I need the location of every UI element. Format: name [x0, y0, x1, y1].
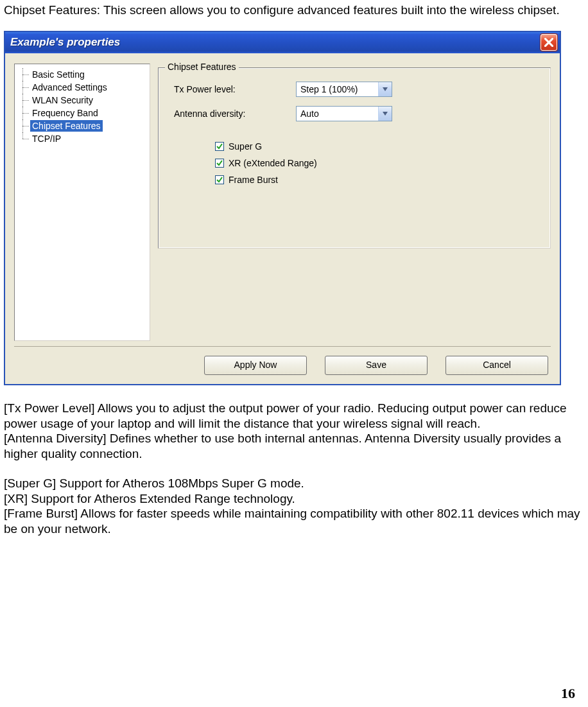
- checkbox-frame-burst[interactable]: Frame Burst: [215, 173, 540, 186]
- check-icon: [216, 160, 223, 166]
- desc-xr: [XR] Support for Atheros Extended Range …: [4, 491, 584, 507]
- tx-power-value: Step 1 (100%): [297, 82, 378, 96]
- desc-super-g: [Super G] Support for Atheros 108Mbps Su…: [4, 476, 584, 491]
- tree-item-label: Chipset Features: [30, 120, 103, 132]
- checkbox-label: Frame Burst: [229, 175, 278, 185]
- checkbox-label: XR (eXtended Range): [229, 158, 317, 168]
- save-button[interactable]: Save: [325, 356, 428, 375]
- dropdown-button[interactable]: [378, 82, 392, 96]
- desc-frame-burst: [Frame Burst] Allows for faster speeds w…: [4, 506, 584, 537]
- client-area: Basic SettingAdvanced SettingsWLAN Secur…: [5, 53, 560, 384]
- checkbox-label: Super G: [229, 141, 262, 152]
- antenna-label: Antenna diversity:: [174, 109, 296, 119]
- tree-item-wlan-security[interactable]: WLAN Security: [17, 94, 150, 107]
- nav-tree[interactable]: Basic SettingAdvanced SettingsWLAN Secur…: [14, 64, 150, 341]
- button-row: Apply Now Save Cancel: [14, 346, 551, 375]
- check-icon: [216, 177, 223, 183]
- checkbox-box[interactable]: [215, 175, 224, 184]
- tree-connector: [17, 107, 30, 119]
- desc-antenna: [Antenna Diversity] Defines whether to u…: [4, 431, 584, 462]
- titlebar: Example's properties: [5, 32, 560, 53]
- tree-item-chipset-features[interactable]: Chipset Features: [17, 119, 150, 132]
- desc-tx-power: [Tx Power Level] Allows you to adjust th…: [4, 401, 584, 432]
- checkbox-xr-extended-range-[interactable]: XR (eXtended Range): [215, 157, 540, 170]
- checkbox-box[interactable]: [215, 159, 224, 168]
- checkbox-box[interactable]: [215, 142, 224, 151]
- tree-connector: [17, 68, 30, 81]
- close-button[interactable]: [540, 34, 557, 51]
- tree-connector: [17, 81, 30, 94]
- tree-item-basic-setting[interactable]: Basic Setting: [17, 68, 150, 81]
- tree-item-frequency-band[interactable]: Frequency Band: [17, 107, 150, 119]
- cancel-button[interactable]: Cancel: [445, 356, 548, 375]
- tree-item-label: TCP/IP: [30, 133, 63, 144]
- tree-item-tcp-ip[interactable]: TCP/IP: [17, 132, 150, 145]
- chevron-down-icon: [383, 87, 388, 91]
- antenna-value: Auto: [297, 107, 378, 121]
- tree-connector: [17, 94, 30, 107]
- check-icon: [216, 143, 223, 150]
- tree-connector: [17, 119, 30, 132]
- tree-item-label: Frequency Band: [30, 107, 100, 119]
- description-block: [Tx Power Level] Allows you to adjust th…: [4, 401, 584, 537]
- window-title: Example's properties: [10, 36, 540, 49]
- properties-window: Example's properties Basic SettingAdvanc…: [4, 31, 561, 385]
- tree-item-advanced-settings[interactable]: Advanced Settings: [17, 81, 150, 94]
- tree-connector: [17, 132, 30, 145]
- dropdown-button[interactable]: [378, 107, 392, 121]
- close-icon: [544, 38, 553, 47]
- tree-item-label: Advanced Settings: [30, 82, 109, 93]
- apply-button[interactable]: Apply Now: [204, 356, 307, 375]
- antenna-select[interactable]: Auto: [296, 106, 392, 121]
- chevron-down-icon: [383, 112, 388, 116]
- page-number: 16: [561, 685, 575, 702]
- tree-item-label: Basic Setting: [30, 69, 87, 80]
- content-pane: Chipset Features Tx Power level: Step 1 …: [158, 64, 551, 341]
- intro-text: Chipset Features: This screen allows you…: [4, 3, 584, 18]
- groupbox-title: Chipset Features: [165, 62, 239, 72]
- chipset-groupbox: Chipset Features Tx Power level: Step 1 …: [158, 67, 551, 249]
- checkbox-super-g[interactable]: Super G: [215, 140, 540, 153]
- tree-item-label: WLAN Security: [30, 94, 95, 106]
- tx-power-label: Tx Power level:: [174, 84, 296, 94]
- tx-power-select[interactable]: Step 1 (100%): [296, 82, 392, 97]
